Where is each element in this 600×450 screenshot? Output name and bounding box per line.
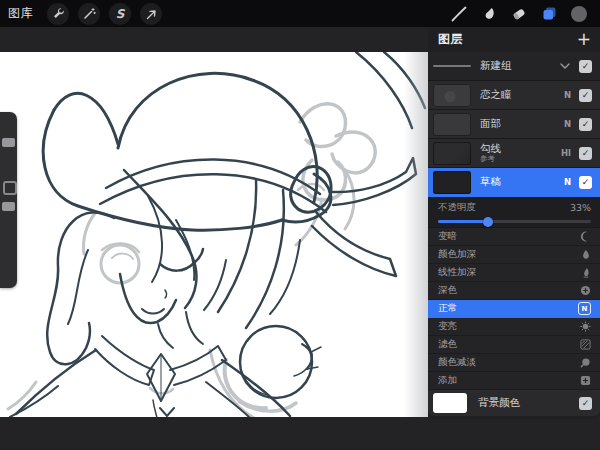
gallery-button[interactable]: 图库 bbox=[8, 5, 33, 22]
blend-badge[interactable]: N bbox=[564, 119, 571, 129]
blend-badge[interactable]: Hl bbox=[561, 148, 571, 158]
brush-opacity-slider-handle[interactable] bbox=[2, 202, 15, 211]
layer-row[interactable]: 恋之瞳 N ✓ bbox=[428, 81, 600, 110]
eraser-icon[interactable] bbox=[504, 2, 534, 26]
transform-arrow-icon[interactable] bbox=[140, 3, 162, 25]
check-icon: ✓ bbox=[582, 399, 590, 408]
layer-name: 勾线 参考 bbox=[480, 143, 561, 164]
blend-mode-row[interactable]: 变亮 bbox=[428, 318, 600, 336]
visibility-checkbox[interactable]: ✓ bbox=[579, 118, 592, 131]
opacity-slider[interactable] bbox=[438, 220, 591, 223]
layer-thumbnail bbox=[433, 84, 471, 107]
blend-mode-label: 深色 bbox=[438, 284, 457, 297]
normal-n-badge-icon: N bbox=[578, 302, 591, 315]
layer-name-text: 勾线 bbox=[480, 142, 501, 154]
layer-name: 恋之瞳 bbox=[480, 89, 564, 101]
blend-mode-label: 变亮 bbox=[438, 320, 457, 333]
blend-mode-row[interactable]: 颜色减淡 bbox=[428, 354, 600, 372]
character-sketch bbox=[0, 52, 428, 417]
opacity-label: 不透明度 bbox=[438, 201, 476, 214]
darken-moon-icon bbox=[580, 231, 591, 242]
check-icon: ✓ bbox=[582, 178, 590, 187]
opacity-slider-fill bbox=[438, 220, 488, 223]
brush-icon[interactable] bbox=[444, 2, 474, 26]
layer-thumbnail bbox=[433, 113, 471, 136]
toolbar-left: 图库 S bbox=[0, 3, 171, 25]
adjustments-wand-icon[interactable] bbox=[78, 3, 100, 25]
check-icon: ✓ bbox=[582, 120, 590, 129]
canvas[interactable] bbox=[0, 52, 428, 417]
layer-row-selected[interactable]: 草稿 N ✓ bbox=[428, 168, 600, 197]
brush-size-slider-handle[interactable] bbox=[2, 138, 15, 147]
blend-mode-label: 颜色加深 bbox=[438, 248, 476, 261]
visibility-checkbox[interactable]: ✓ bbox=[579, 397, 592, 410]
lighten-sun-icon bbox=[580, 321, 591, 332]
color-dodge-lens-icon bbox=[580, 357, 591, 368]
color-swatch-icon[interactable] bbox=[564, 2, 594, 26]
smudge-finger-icon[interactable] bbox=[474, 2, 504, 26]
opacity-value: 33% bbox=[570, 202, 591, 213]
blend-mode-row[interactable]: 深色 bbox=[428, 282, 600, 300]
layer-thumbnail bbox=[433, 142, 471, 165]
visibility-checkbox[interactable]: ✓ bbox=[579, 89, 592, 102]
blend-mode-row[interactable]: 变暗 bbox=[428, 228, 600, 246]
darker-color-circle-plus-icon bbox=[580, 285, 591, 296]
check-icon: ✓ bbox=[582, 62, 590, 71]
screen-hatch-icon bbox=[580, 339, 591, 350]
layer-group-row[interactable]: 新建组 ✓ bbox=[428, 52, 600, 81]
background-color-row[interactable]: 背景颜色 ✓ bbox=[428, 390, 600, 416]
blend-badge[interactable]: N bbox=[564, 90, 571, 100]
opacity-slider-knob[interactable] bbox=[483, 217, 493, 227]
canvas-edge-shadow bbox=[404, 52, 428, 417]
visibility-checkbox[interactable]: ✓ bbox=[579, 60, 592, 73]
blend-mode-label: 滤色 bbox=[438, 338, 457, 351]
top-toolbar: 图库 S bbox=[0, 0, 600, 27]
layers-panel: 图层 + 新建组 ✓ 恋之瞳 N ✓ 面部 N ✓ bbox=[428, 27, 600, 419]
layers-icon[interactable] bbox=[534, 2, 564, 26]
panel-title: 图层 bbox=[438, 31, 463, 48]
blend-mode-row-selected[interactable]: 正常 N bbox=[428, 300, 600, 318]
visibility-checkbox[interactable]: ✓ bbox=[579, 176, 592, 189]
group-thumbnail-line bbox=[433, 65, 471, 67]
layers-panel-header: 图层 + bbox=[428, 27, 600, 52]
modify-button[interactable] bbox=[3, 181, 17, 195]
check-icon: ✓ bbox=[582, 149, 590, 158]
layer-reference-label: 参考 bbox=[480, 155, 561, 163]
blend-mode-label: 正常 bbox=[438, 302, 457, 315]
layer-name: 面部 bbox=[480, 118, 564, 130]
blend-mode-row[interactable]: 颜色加深 bbox=[428, 246, 600, 264]
check-icon: ✓ bbox=[582, 91, 590, 100]
visibility-checkbox[interactable]: ✓ bbox=[579, 147, 592, 160]
background-color-swatch[interactable] bbox=[433, 393, 467, 413]
selection-icon[interactable]: S bbox=[109, 3, 131, 25]
blend-mode-row[interactable]: 滤色 bbox=[428, 336, 600, 354]
blend-mode-label: 变暗 bbox=[438, 230, 457, 243]
blend-mode-label: 添加 bbox=[438, 374, 457, 387]
layer-name: 草稿 bbox=[480, 176, 564, 188]
add-plus-square-icon bbox=[580, 375, 591, 386]
color-burn-drop-icon bbox=[580, 249, 591, 260]
group-name: 新建组 bbox=[480, 60, 560, 72]
blend-mode-row[interactable]: 线性加深 bbox=[428, 264, 600, 282]
brush-sidebar bbox=[0, 112, 17, 288]
blend-mode-label: 线性加深 bbox=[438, 266, 476, 279]
actions-wrench-icon[interactable] bbox=[47, 3, 69, 25]
procreate-app: 图库 S bbox=[0, 0, 600, 450]
background-color-label: 背景颜色 bbox=[478, 397, 579, 409]
add-layer-button[interactable]: + bbox=[577, 31, 591, 48]
blend-badge[interactable]: N bbox=[564, 177, 571, 187]
opacity-section: 不透明度 33% bbox=[428, 197, 600, 228]
blend-mode-label: 颜色减淡 bbox=[438, 356, 476, 369]
toolbar-right bbox=[444, 2, 600, 26]
chevron-down-icon[interactable] bbox=[560, 63, 570, 69]
layer-row[interactable]: 勾线 参考 Hl ✓ bbox=[428, 139, 600, 168]
linear-burn-flame-icon bbox=[581, 267, 591, 278]
blend-mode-row[interactable]: 添加 bbox=[428, 372, 600, 390]
layer-thumbnail bbox=[433, 171, 471, 194]
layer-row[interactable]: 面部 N ✓ bbox=[428, 110, 600, 139]
